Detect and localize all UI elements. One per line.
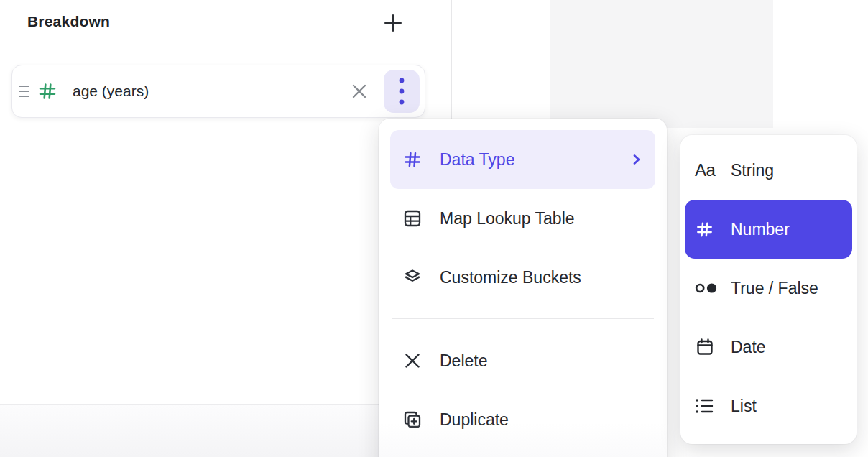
calendar-icon bbox=[695, 337, 718, 357]
number-type-hash-icon bbox=[37, 80, 58, 102]
add-breakdown-button[interactable] bbox=[379, 9, 407, 37]
table-icon bbox=[402, 208, 423, 228]
hash-icon bbox=[695, 219, 718, 239]
list-icon bbox=[695, 396, 718, 416]
content-placeholder bbox=[550, 0, 773, 128]
submenu-item-label: Date bbox=[731, 338, 766, 357]
submenu-item-number[interactable]: Number bbox=[685, 200, 852, 259]
submenu-item-label: String bbox=[731, 161, 774, 180]
breakdown-field-row[interactable]: age (years) bbox=[11, 65, 425, 118]
close-icon bbox=[350, 82, 369, 101]
submenu-item-string[interactable]: Aa String bbox=[685, 141, 852, 200]
submenu-item-label: List bbox=[731, 397, 757, 416]
layers-icon bbox=[402, 267, 423, 287]
submenu-item-date[interactable]: Date bbox=[685, 318, 852, 377]
toggle-circles-icon bbox=[695, 278, 718, 298]
menu-item-label: Duplicate bbox=[440, 410, 509, 430]
plus-icon bbox=[382, 12, 404, 34]
submenu-item-true-false[interactable]: True / False bbox=[685, 259, 852, 318]
menu-item-map-lookup-table[interactable]: Map Lookup Table bbox=[390, 189, 655, 248]
submenu-item-label: Number bbox=[731, 220, 790, 239]
menu-divider bbox=[392, 318, 654, 319]
field-name-label: age (years) bbox=[73, 83, 149, 100]
field-options-button[interactable] bbox=[384, 70, 420, 113]
menu-item-label: Customize Buckets bbox=[440, 268, 581, 287]
menu-item-data-type[interactable]: Data Type bbox=[390, 130, 655, 189]
page-title: Breakdown bbox=[27, 13, 110, 30]
string-aa-icon: Aa bbox=[695, 160, 718, 180]
menu-item-label: Data Type bbox=[440, 150, 514, 170]
drag-handle-icon[interactable] bbox=[12, 86, 37, 97]
hash-icon bbox=[402, 149, 423, 170]
remove-field-button[interactable] bbox=[345, 77, 374, 106]
menu-item-label: Map Lookup Table bbox=[440, 209, 575, 228]
data-type-submenu: Aa String Number True / False Date bbox=[680, 135, 857, 444]
x-icon bbox=[402, 351, 423, 371]
submenu-item-label: True / False bbox=[731, 279, 818, 298]
menu-item-delete[interactable]: Delete bbox=[390, 331, 655, 390]
field-options-menu: Data Type Map Lookup Table bbox=[379, 119, 667, 457]
copy-plus-icon bbox=[402, 410, 423, 430]
more-vertical-icon bbox=[398, 76, 405, 106]
chevron-right-icon bbox=[630, 153, 643, 166]
menu-item-customize-buckets[interactable]: Customize Buckets bbox=[390, 248, 655, 307]
menu-item-duplicate[interactable]: Duplicate bbox=[390, 390, 655, 449]
submenu-item-list[interactable]: List bbox=[685, 377, 852, 435]
menu-item-label: Delete bbox=[440, 351, 487, 371]
